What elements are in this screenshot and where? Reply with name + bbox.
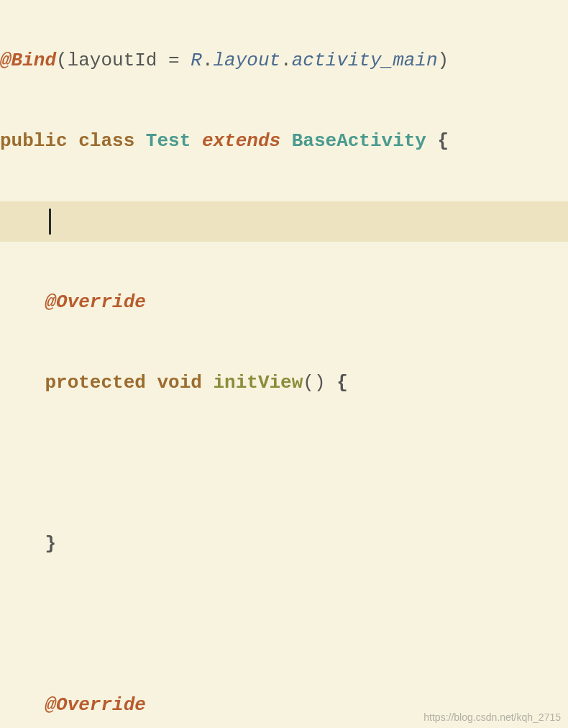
code-line: protected void initView() {: [0, 363, 568, 403]
method-initview: initView: [214, 372, 303, 393]
code-line: [0, 604, 568, 645]
ref-layout: layout: [213, 50, 280, 71]
kw-public: public: [0, 130, 68, 152]
code-line: @Bind(layoutId = R.layout.activity_main): [0, 40, 568, 81]
kw-extends: extends: [202, 130, 280, 152]
code-line: [0, 443, 568, 483]
code-line: public class Test extends BaseActivity {: [0, 121, 568, 161]
annotation-override: @Override: [45, 291, 145, 313]
ref-R: R: [191, 50, 202, 71]
code-editor[interactable]: @Bind(layoutId = R.layout.activity_main)…: [0, 0, 568, 728]
annotation-override: @Override: [45, 694, 145, 716]
code-line: @Override: [0, 282, 568, 322]
annotation-bind: @Bind: [0, 50, 56, 71]
current-line[interactable]: [0, 201, 568, 242]
class-name: Test: [146, 130, 191, 152]
paren-open: (: [56, 50, 68, 71]
paren-close: ): [438, 50, 449, 71]
base-class: BaseActivity: [292, 130, 426, 152]
kw-class: class: [78, 130, 134, 152]
ref-activity-main: activity_main: [292, 50, 438, 71]
text-cursor: [49, 209, 51, 235]
code-line: }: [0, 524, 568, 564]
layout-param: layoutId =: [68, 50, 191, 71]
watermark-text: https://blog.csdn.net/kqh_2715: [423, 712, 561, 722]
